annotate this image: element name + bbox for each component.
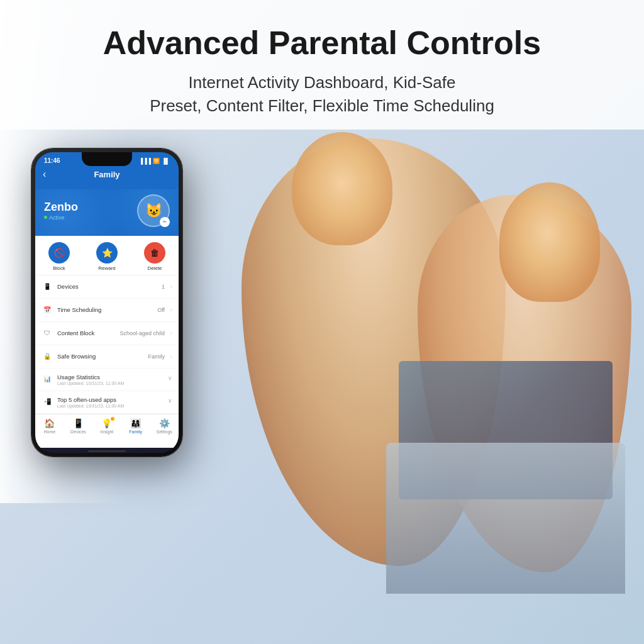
- active-status-dot: [44, 216, 47, 219]
- sub-title-line1: Internet Activity Dashboard, Kid-Safe: [189, 73, 456, 92]
- app-header-row: ‹ Family: [43, 170, 171, 179]
- nav-item-insight[interactable]: 💡 Insight: [92, 418, 121, 441]
- block-action[interactable]: 🚫 Block: [48, 242, 70, 271]
- nav-item-devices[interactable]: 📱 Devices: [64, 418, 93, 441]
- menu-item-time-scheduling[interactable]: 📅 Time Scheduling Off ›: [35, 299, 179, 322]
- top-apps-sub: Last Updated: 10/31/23, 11:00 AM: [57, 404, 164, 408]
- safe-browsing-value: Family: [148, 353, 165, 360]
- avatar-edit-button[interactable]: ✏: [160, 217, 170, 227]
- top-apps-label: Top 5 often-used apps: [57, 396, 164, 403]
- back-button[interactable]: ‹: [43, 169, 46, 180]
- content-block-chevron-icon: ›: [170, 330, 172, 336]
- block-icon: 🚫: [48, 242, 70, 264]
- devices-icon: 📱: [42, 281, 53, 292]
- menu-item-safe-browsing[interactable]: 🔒 Safe Browsing Family ›: [35, 345, 179, 369]
- battery-icon: ▐▌: [162, 158, 170, 164]
- delete-action[interactable]: 🗑 Delete: [144, 242, 165, 271]
- insight-badge: [111, 417, 114, 421]
- nav-item-family[interactable]: 👨‍👩‍👧 Family: [121, 418, 150, 441]
- delete-label: Delete: [147, 265, 162, 271]
- main-title: Advanced Parental Controls: [38, 25, 606, 61]
- phone-outer-frame: 11:46 ▐▐▐ 🛜 ▐▌ ‹ Family: [31, 148, 182, 457]
- reward-label: Reward: [98, 265, 116, 271]
- time-scheduling-chevron-icon: ›: [170, 307, 172, 313]
- status-icons: ▐▐▐ 🛜 ▐▌: [139, 158, 170, 164]
- hero-info: Zenbo Active: [44, 201, 137, 221]
- content-block-icon: 🛡: [42, 328, 53, 339]
- devices-label: Devices: [57, 283, 157, 290]
- time-scheduling-value: Off: [157, 307, 165, 313]
- content-area: 11:46 ▐▐▐ 🛜 ▐▌ ‹ Family: [0, 130, 644, 644]
- top-apps-text-group: Top 5 often-used apps Last Updated: 10/3…: [57, 396, 164, 408]
- reward-icon: ⭐: [96, 242, 118, 264]
- usage-statistics-label: Usage Statistics: [57, 374, 164, 380]
- time-scheduling-icon: 📅: [42, 304, 53, 316]
- status-time: 11:46: [44, 157, 60, 164]
- family-nav-label: Family: [129, 430, 142, 434]
- menu-item-usage-statistics[interactable]: 📊 Usage Statistics Last Updated: 10/31/2…: [35, 369, 179, 391]
- safe-browsing-label: Safe Browsing: [57, 353, 144, 360]
- devices-nav-icon: 📱: [73, 418, 84, 428]
- hero-avatar[interactable]: 😺 ✏: [137, 194, 170, 227]
- family-nav-icon: 👨‍👩‍👧: [130, 418, 141, 428]
- menu-item-top-apps[interactable]: 📲 Top 5 often-used apps Last Updated: 10…: [35, 391, 179, 414]
- settings-nav-label: Settings: [157, 430, 172, 434]
- phone-mockup: 11:46 ▐▐▐ 🛜 ▐▌ ‹ Family: [31, 148, 182, 457]
- phone-notch: [82, 152, 132, 166]
- menu-list: 📱 Devices 1 › 📅 Time Scheduling Off ›: [35, 275, 179, 414]
- usage-statistics-text-group: Usage Statistics Last Updated: 10/31/23,…: [57, 374, 164, 386]
- settings-nav-icon: ⚙️: [159, 418, 170, 428]
- menu-item-content-block[interactable]: 🛡 Content Block School-aged child ›: [35, 322, 179, 345]
- devices-nav-label: Devices: [70, 430, 86, 434]
- avatar-emoji: 😺: [145, 203, 162, 219]
- top-apps-icon: 📲: [42, 396, 53, 408]
- phone-screen: 11:46 ▐▐▐ 🛜 ▐▌ ‹ Family: [35, 152, 179, 453]
- hero-status-label: Active: [49, 214, 65, 221]
- app-header-title: Family: [94, 170, 119, 179]
- action-buttons-row: 🚫 Block ⭐ Reward 🗑 Delete: [35, 236, 179, 275]
- hero-area: Zenbo Active 😺 ✏: [35, 189, 179, 236]
- menu-item-devices[interactable]: 📱 Devices 1 ›: [35, 275, 179, 299]
- home-indicator: [88, 450, 126, 452]
- app-header: ‹ Family: [35, 167, 179, 189]
- insight-nav-icon: 💡: [101, 418, 112, 428]
- content-block-value: School-aged child: [119, 330, 165, 336]
- reward-action[interactable]: ⭐ Reward: [96, 242, 118, 271]
- content-block-label: Content Block: [57, 330, 115, 336]
- usage-statistics-sub: Last Updated: 10/31/23, 11:00 AM: [57, 381, 164, 386]
- delete-icon: 🗑: [144, 242, 165, 264]
- usage-statistics-icon: 📊: [42, 374, 53, 385]
- home-nav-label: Home: [43, 430, 55, 434]
- hero-name: Zenbo: [44, 201, 137, 214]
- time-scheduling-label: Time Scheduling: [57, 306, 153, 313]
- devices-value: 1: [162, 284, 165, 290]
- sub-title-line2: Preset, Content Filter, Flexible Time Sc…: [150, 96, 494, 115]
- devices-chevron-icon: ›: [170, 284, 172, 290]
- bottom-nav: 🏠 Home 📱 Devices 💡 Insight 👨‍👩‍👧 Family: [35, 414, 179, 448]
- safe-browsing-icon: 🔒: [42, 351, 53, 362]
- signal-icon: ▐▐▐: [139, 158, 151, 164]
- hero-status: Active: [44, 214, 137, 221]
- usage-statistics-collapse-icon: ∨: [168, 375, 172, 381]
- nav-item-settings[interactable]: ⚙️ Settings: [150, 418, 179, 441]
- nav-item-home[interactable]: 🏠 Home: [35, 418, 64, 441]
- block-label: Block: [53, 265, 65, 271]
- page-header: Advanced Parental Controls Internet Acti…: [0, 0, 644, 130]
- top-apps-collapse-icon: ∨: [168, 397, 172, 404]
- wifi-icon: 🛜: [153, 158, 160, 164]
- safe-browsing-chevron-icon: ›: [170, 353, 172, 360]
- sub-title: Internet Activity Dashboard, Kid-Safe Pr…: [38, 71, 606, 117]
- home-nav-icon: 🏠: [44, 418, 55, 428]
- insight-nav-label: Insight: [101, 430, 114, 434]
